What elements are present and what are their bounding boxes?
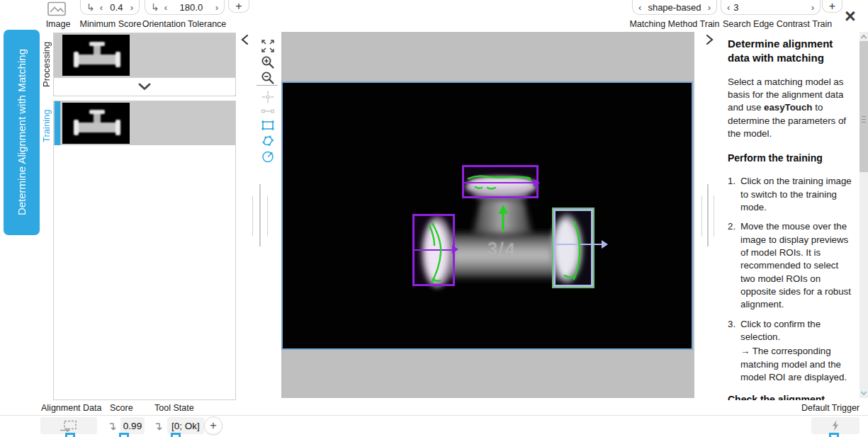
default-trigger-button[interactable] — [811, 417, 859, 434]
search-edge-contrast-stepper[interactable]: ‹ 3 › — [721, 0, 821, 15]
app-window: Image ↳ ‹ 0.4 › Minimum Score ↳ ‹ 180.0 … — [0, 0, 868, 437]
processing-section-label: Processing — [41, 33, 53, 96]
step-text: Click to confirm the selection. — [740, 318, 853, 344]
toolbar-divider — [257, 85, 278, 86]
training-selected-indicator — [55, 101, 60, 145]
alignment-data-output[interactable] — [40, 417, 97, 434]
add-output-button[interactable]: + — [204, 416, 222, 435]
collapse-left-panel-icon[interactable] — [239, 34, 251, 45]
alignment-data-icon — [60, 420, 78, 432]
line-roi-icon — [261, 104, 275, 118]
roi-arrowhead — [452, 245, 458, 254]
model-roi-left[interactable] — [412, 214, 455, 286]
left-splitter-grip[interactable] — [252, 195, 253, 237]
zoom-in-icon[interactable] — [261, 55, 275, 69]
roi-direction-line — [464, 182, 536, 183]
score-output-value[interactable]: 0.99 — [120, 417, 145, 434]
pipe-thumbnail-art — [62, 35, 130, 76]
help-step-2: 2. Move the mouse over the image to disp… — [728, 220, 853, 311]
matching-method-label: Matching Method Train — [629, 19, 720, 29]
matching-method-next[interactable]: › — [708, 3, 711, 12]
processing-expand-button[interactable] — [53, 77, 236, 96]
orientation-tolerance-stepper[interactable]: ↳ ‹ 180.0 › — [145, 0, 225, 15]
branch-arrow-icon: ↳ — [151, 2, 159, 12]
lightning-bolt-icon — [831, 420, 840, 431]
processing-image-strip — [54, 33, 235, 77]
step-number: 3. — [728, 318, 740, 344]
tool-tab-label: Determine Alignment with Matching — [16, 49, 28, 215]
training-image-thumbnail[interactable] — [62, 103, 130, 144]
model-roi-right[interactable] — [552, 208, 594, 288]
orientation-tolerance-label: Orientation Tolerance — [140, 19, 228, 29]
orientation-tolerance-value[interactable]: 180.0 — [171, 2, 212, 13]
minimum-score-label: Minimum Score — [77, 19, 145, 29]
help-intro: Select a matching model as basis for the… — [728, 76, 853, 141]
processing-image-thumbnail[interactable] — [62, 35, 130, 76]
expand-right-panel-icon[interactable] — [704, 34, 715, 45]
output-port[interactable] — [119, 433, 129, 437]
circle-roi-icon[interactable] — [261, 149, 275, 164]
left-splitter-grip[interactable] — [259, 184, 261, 246]
add-parameter-button-right[interactable]: + — [822, 0, 842, 13]
point-roi-icon — [261, 90, 275, 104]
right-splitter-grip[interactable] — [701, 195, 702, 237]
matching-method-prev[interactable]: ‹ — [638, 3, 641, 12]
help-scrollbar[interactable] — [859, 32, 868, 398]
pipe-fitting-image — [283, 83, 692, 348]
tool-state-input-arrow-icon[interactable]: ↴ — [150, 417, 166, 434]
add-parameter-button-left[interactable]: + — [228, 0, 249, 13]
polygon-roi-icon[interactable] — [261, 134, 275, 148]
right-splitter-grip[interactable] — [707, 184, 709, 246]
image-port-icon[interactable] — [47, 1, 67, 16]
zoom-out-icon[interactable] — [261, 71, 275, 85]
search-edge-contrast-value[interactable]: 3 — [733, 2, 807, 13]
rectangle-roi-icon[interactable] — [261, 118, 275, 132]
fit-view-icon[interactable] — [261, 39, 275, 53]
matching-method-value[interactable]: shape-based — [645, 2, 704, 13]
help-step-3: 3. Click to confirm the selection. — [728, 318, 853, 344]
alignment-data-label: Alignment Data — [41, 403, 101, 413]
orientation-tolerance-decrement[interactable]: ‹ — [164, 3, 167, 12]
search-edge-contrast-label: Search Edge Contrast Train — [723, 19, 818, 29]
scrollbar-grip — [862, 119, 866, 120]
step-text: Click on the training image to switch to… — [740, 175, 853, 214]
scrollbar-thumb[interactable] — [859, 41, 868, 172]
minimum-score-value[interactable]: 0.4 — [106, 2, 127, 13]
search-edge-contrast-decrement[interactable]: ‹ — [727, 3, 730, 12]
score-input-arrow-icon[interactable]: ↴ — [104, 417, 120, 434]
bottom-separator — [0, 415, 868, 416]
scroll-up-icon[interactable] — [860, 34, 867, 40]
pipe-thumbnail-art — [62, 103, 130, 144]
help-panel: Determine alignment data with matching S… — [714, 32, 857, 400]
minimum-score-stepper[interactable]: ↳ ‹ 0.4 › — [80, 0, 140, 15]
camera-image[interactable]: 3/4 — [281, 81, 693, 350]
orientation-tolerance-increment[interactable]: › — [215, 3, 218, 12]
output-port[interactable] — [829, 433, 839, 437]
minimum-score-increment[interactable]: › — [130, 3, 133, 12]
tool-state-output-value[interactable]: [0; Ok] — [167, 417, 204, 434]
matching-method-stepper[interactable]: ‹ shape-based › — [632, 0, 717, 15]
model-roi-top[interactable] — [462, 165, 539, 198]
output-port[interactable] — [65, 433, 75, 437]
training-panel — [53, 101, 236, 400]
scrollbar-grip — [862, 116, 866, 117]
help-step-1: 1. Click on the training image to switch… — [728, 175, 853, 214]
roi-direction-line — [553, 244, 603, 245]
tool-tab-determine-alignment[interactable]: Determine Alignment with Matching — [4, 30, 40, 235]
scrollbar-grip — [862, 122, 866, 123]
roi-direction-line — [415, 249, 453, 251]
search-edge-contrast-increment[interactable]: › — [811, 3, 814, 12]
output-port[interactable] — [171, 433, 181, 437]
minimum-score-decrement[interactable]: ‹ — [100, 3, 103, 12]
training-image-strip — [54, 101, 235, 145]
scroll-down-icon[interactable] — [860, 390, 867, 396]
pipe-size-marking: 3/4 — [487, 238, 517, 259]
processing-panel — [53, 33, 236, 96]
left-splitter-grip[interactable] — [267, 195, 268, 237]
close-tool-icon[interactable]: × — [845, 7, 856, 26]
step-number: 2. — [728, 220, 740, 311]
step-number: 1. — [728, 175, 740, 214]
branch-arrow-icon: ↳ — [86, 2, 95, 12]
roi-arrowhead — [602, 240, 608, 249]
roi-selection-frame — [553, 209, 593, 287]
